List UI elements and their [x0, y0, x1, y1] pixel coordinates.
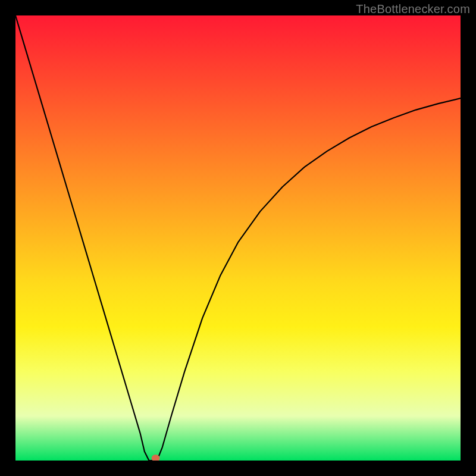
chart-plot-area — [15, 15, 461, 461]
bottleneck-curve-line — [15, 15, 461, 461]
bottleneck-chart — [15, 15, 461, 461]
watermark-text: TheBottlenecker.com — [356, 2, 470, 16]
